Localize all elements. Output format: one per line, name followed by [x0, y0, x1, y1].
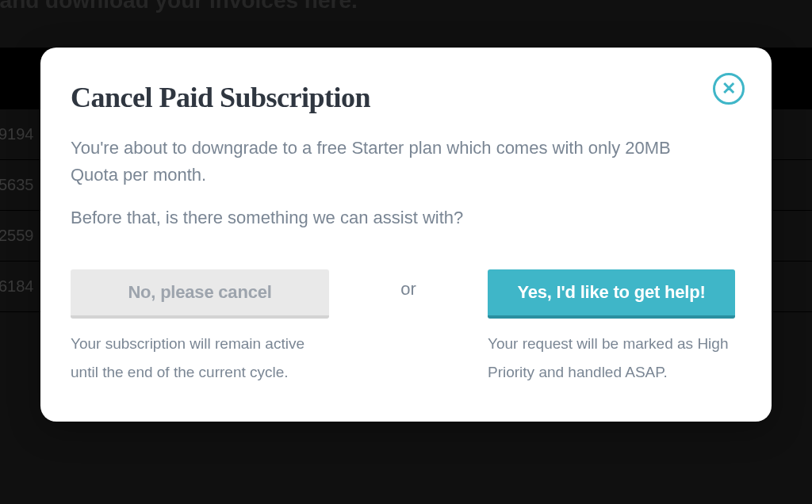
- help-action-column: Yes, I'd like to get help! Your request …: [488, 269, 735, 387]
- modal-actions: No, please cancel Your subscription will…: [71, 269, 741, 387]
- close-icon: ✕: [722, 80, 736, 97]
- modal-description-2: Before that, is there something we can a…: [71, 204, 741, 231]
- cancel-note: Your subscription will remain active unt…: [71, 330, 329, 387]
- get-help-button[interactable]: Yes, I'd like to get help!: [488, 269, 735, 319]
- modal-description-1: You're about to downgrade to a free Star…: [71, 135, 721, 189]
- help-note: Your request will be marked as High Prio…: [488, 330, 735, 387]
- modal-title: Cancel Paid Subscription: [71, 81, 741, 114]
- cancel-subscription-button[interactable]: No, please cancel: [71, 269, 329, 319]
- cancel-action-column: No, please cancel Your subscription will…: [71, 269, 329, 387]
- or-separator: or: [329, 269, 488, 300]
- cancel-subscription-modal: ✕ Cancel Paid Subscription You're about …: [40, 48, 772, 422]
- close-button[interactable]: ✕: [713, 73, 745, 105]
